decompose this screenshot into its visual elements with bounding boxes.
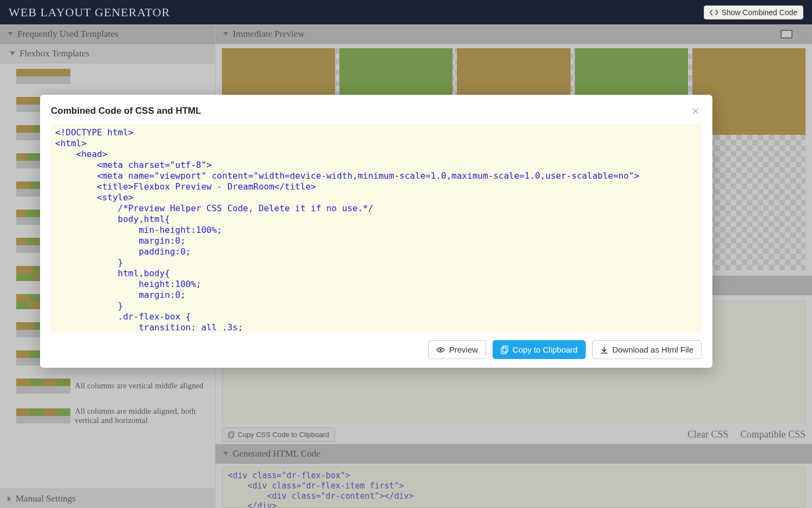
compatible-css-link[interactable]: Compatible CSS (740, 429, 806, 440)
download-button-label: Download as Html File (612, 345, 693, 354)
desktop-icon[interactable] (781, 30, 793, 38)
chevron-right-icon (8, 496, 11, 502)
app-title: WEB LAYOUT GENERATOR (9, 5, 170, 19)
svg-point-2 (440, 349, 442, 351)
copy-icon (228, 431, 234, 439)
close-icon[interactable]: × (690, 105, 702, 118)
modal-title: Combined Code of CSS and HTML (51, 106, 201, 116)
modal-footer: Preview Copy to Clipboard Download as Ht… (51, 340, 702, 359)
css-toolbar: Copy CSS Code to Clipboard Clear CSS Com… (222, 427, 806, 442)
flexbox-templates-header[interactable]: Flexbox Templates (0, 44, 215, 63)
preview-button-label: Preview (449, 345, 478, 354)
download-icon (600, 346, 608, 354)
top-bar: WEB LAYOUT GENERATOR Show Combined Code (0, 0, 812, 24)
copy-icon (501, 346, 508, 354)
combined-code-modal: Combined Code of CSS and HTML × <!DOCTYP… (40, 95, 712, 368)
freq-used-templates-label: Frequently Used Templates (17, 29, 118, 40)
device-switcher (781, 29, 804, 40)
chevron-down-icon (10, 51, 15, 55)
copy-css-label: Copy CSS Code to Clipboard (238, 431, 329, 439)
main-area: Frequently Used Templates Flexbox Templa… (0, 24, 812, 508)
template-item[interactable]: All columns are middle aligned, both ver… (4, 405, 215, 437)
manual-settings-header[interactable]: Manual Settings (0, 489, 215, 508)
template-item[interactable]: All columns are vertical middle aligned (4, 376, 215, 405)
combined-code-box[interactable]: <!DOCTYPE html> <html> <head> <meta char… (51, 124, 702, 333)
template-item[interactable] (4, 67, 215, 95)
copy-to-clipboard-button[interactable]: Copy to Clipboard (493, 340, 586, 359)
svg-rect-3 (501, 348, 506, 354)
chevron-down-icon (223, 32, 228, 36)
eye-icon (436, 347, 445, 353)
clear-css-link[interactable]: Clear CSS (687, 429, 729, 440)
generated-html-header[interactable]: Generated HTML Code (215, 444, 812, 464)
chevron-down-icon (223, 452, 228, 455)
flexbox-templates-label: Flexbox Templates (19, 48, 89, 59)
download-html-button[interactable]: Download as Html File (592, 340, 702, 359)
generated-html-label: Generated HTML Code (233, 448, 320, 459)
freq-used-templates-header[interactable]: Frequently Used Templates (0, 24, 215, 44)
copy-css-button[interactable]: Copy CSS Code to Clipboard (222, 427, 335, 442)
code-icon (710, 9, 718, 16)
show-combined-code-label: Show Combined Code (722, 8, 797, 17)
preview-button[interactable]: Preview (428, 340, 486, 359)
generated-html-code[interactable]: <div class="dr-flex-box"> <div class="dr… (222, 467, 806, 508)
manual-settings-label: Manual Settings (16, 493, 76, 504)
mobile-icon[interactable] (798, 29, 804, 40)
copy-button-label: Copy to Clipboard (513, 345, 578, 354)
chevron-down-icon (8, 32, 13, 36)
immediate-preview-header[interactable]: Immediate Preview (215, 24, 812, 44)
immediate-preview-label: Immediate Preview (233, 29, 305, 40)
svg-rect-4 (503, 346, 508, 352)
show-combined-code-button[interactable]: Show Combined Code (704, 5, 803, 19)
